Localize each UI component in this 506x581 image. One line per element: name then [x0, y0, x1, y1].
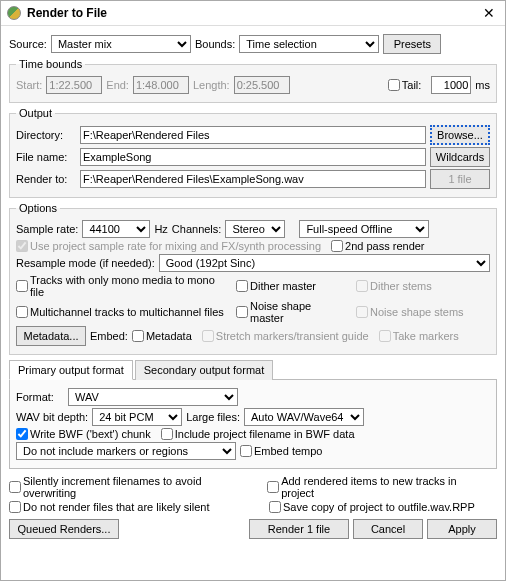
stretch-markers-label: Stretch markers/transient guide [216, 330, 369, 342]
primary-format-panel: Format: WAV WAV bit depth: 24 bit PCM La… [9, 380, 497, 469]
output-group: Output Directory: Browse... File name: W… [9, 107, 497, 198]
save-copy-checkbox[interactable] [269, 501, 281, 513]
title-bar: Render to File ✕ [1, 1, 505, 26]
embed-label: Embed: [90, 330, 128, 342]
noise-master-label: Noise shape master [250, 300, 346, 324]
use-project-sr-label: Use project sample rate for mixing and F… [30, 240, 321, 252]
channels-select[interactable]: Stereo [225, 220, 285, 238]
start-label: Start: [16, 79, 42, 91]
second-pass-checkbox[interactable] [331, 240, 343, 252]
add-items-checkbox[interactable] [267, 481, 279, 493]
tail-units: ms [475, 79, 490, 91]
write-bwf-checkbox[interactable] [16, 428, 28, 440]
renderto-field[interactable] [80, 170, 426, 188]
bitdepth-label: WAV bit depth: [16, 411, 88, 423]
start-field [46, 76, 102, 94]
format-select[interactable]: WAV [68, 388, 238, 406]
tab-secondary-format[interactable]: Secondary output format [135, 360, 273, 380]
source-select[interactable]: Master mix [51, 35, 191, 53]
second-pass-label: 2nd pass render [345, 240, 425, 252]
large-files-select[interactable]: Auto WAV/Wave64 [244, 408, 364, 426]
noise-stems-checkbox [356, 306, 368, 318]
hz-label: Hz [154, 223, 167, 235]
multichannel-label: Multichannel tracks to multichannel file… [30, 306, 224, 318]
bounds-select[interactable]: Time selection [239, 35, 379, 53]
stretch-markers-checkbox [202, 330, 214, 342]
file-count-button: 1 file [430, 169, 490, 189]
options-group: Options Sample rate: 44100 Hz Channels: … [9, 202, 497, 355]
app-icon [7, 6, 21, 20]
mono-tracks-label: Tracks with only mono media to mono file [30, 274, 226, 298]
embed-tempo-label: Embed tempo [254, 445, 322, 457]
samplerate-label: Sample rate: [16, 223, 78, 235]
directory-label: Directory: [16, 129, 76, 141]
large-files-label: Large files: [186, 411, 240, 423]
silent-increment-label: Silently increment filenames to avoid ov… [23, 475, 257, 499]
silent-increment-checkbox[interactable] [9, 481, 21, 493]
resample-select[interactable]: Good (192pt Sinc) [159, 254, 490, 272]
options-legend: Options [16, 202, 60, 214]
noise-master-checkbox[interactable] [236, 306, 248, 318]
content-area: Source: Master mix Bounds: Time selectio… [1, 26, 505, 580]
markers-select[interactable]: Do not include markers or regions [16, 442, 236, 460]
bounds-label: Bounds: [195, 38, 235, 50]
time-bounds-legend: Time bounds [16, 58, 85, 70]
source-label: Source: [9, 38, 47, 50]
queued-renders-button[interactable]: Queued Renders... [9, 519, 119, 539]
wildcards-button[interactable]: Wildcards [430, 147, 490, 167]
speed-select[interactable]: Full-speed Offline [299, 220, 429, 238]
use-project-sr-checkbox [16, 240, 28, 252]
filename-field[interactable] [80, 148, 426, 166]
take-markers-checkbox [379, 330, 391, 342]
channels-label: Channels: [172, 223, 222, 235]
add-items-label: Add rendered items to new tracks in proj… [281, 475, 491, 499]
renderto-label: Render to: [16, 173, 76, 185]
end-field [133, 76, 189, 94]
write-bwf-label: Write BWF ('bext') chunk [30, 428, 151, 440]
bitdepth-select[interactable]: 24 bit PCM [92, 408, 182, 426]
window-title: Render to File [27, 6, 479, 20]
time-bounds-group: Time bounds Start: End: Length: Tail: ms [9, 58, 497, 103]
browse-button[interactable]: Browse... [430, 125, 490, 145]
tab-primary-format[interactable]: Primary output format [9, 360, 133, 380]
output-legend: Output [16, 107, 55, 119]
close-icon[interactable]: ✕ [479, 5, 499, 21]
dither-master-label: Dither master [250, 280, 316, 292]
render-dialog: Render to File ✕ Source: Master mix Boun… [0, 0, 506, 581]
presets-button[interactable]: Presets [383, 34, 441, 54]
directory-field[interactable] [80, 126, 426, 144]
take-markers-label: Take markers [393, 330, 459, 342]
embed-metadata-checkbox[interactable] [132, 330, 144, 342]
format-label: Format: [16, 391, 64, 403]
save-copy-label: Save copy of project to outfile.wav.RPP [283, 501, 475, 513]
no-silent-label: Do not render files that are likely sile… [23, 501, 209, 513]
length-field [234, 76, 290, 94]
embed-metadata-label: Metadata [146, 330, 192, 342]
tail-field[interactable] [431, 76, 471, 94]
render-button[interactable]: Render 1 file [249, 519, 349, 539]
dither-stems-checkbox [356, 280, 368, 292]
format-tabs: Primary output format Secondary output f… [9, 359, 497, 380]
embed-tempo-checkbox[interactable] [240, 445, 252, 457]
no-silent-checkbox[interactable] [9, 501, 21, 513]
noise-stems-label: Noise shape stems [370, 306, 464, 318]
length-label: Length: [193, 79, 230, 91]
multichannel-checkbox[interactable] [16, 306, 28, 318]
metadata-button[interactable]: Metadata... [16, 326, 86, 346]
tail-checkbox[interactable] [388, 79, 400, 91]
mono-tracks-checkbox[interactable] [16, 280, 28, 292]
resample-label: Resample mode (if needed): [16, 257, 155, 269]
end-label: End: [106, 79, 129, 91]
cancel-button[interactable]: Cancel [353, 519, 423, 539]
include-filename-checkbox[interactable] [161, 428, 173, 440]
samplerate-select[interactable]: 44100 [82, 220, 150, 238]
dither-master-checkbox[interactable] [236, 280, 248, 292]
apply-button[interactable]: Apply [427, 519, 497, 539]
dither-stems-label: Dither stems [370, 280, 432, 292]
tail-label: Tail: [402, 79, 422, 91]
filename-label: File name: [16, 151, 76, 163]
include-filename-label: Include project filename in BWF data [175, 428, 355, 440]
